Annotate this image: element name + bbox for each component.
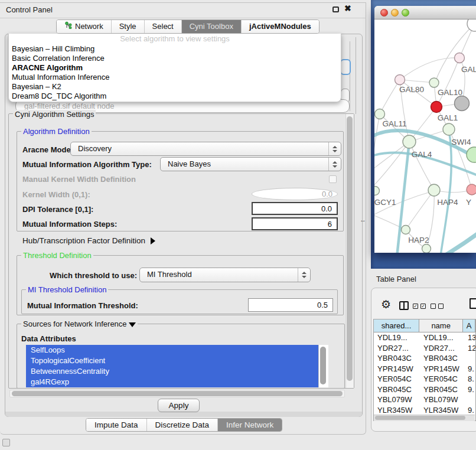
- gear-icon[interactable]: ⚙: [381, 298, 391, 312]
- combo-spinner-icon: [298, 268, 310, 282]
- aracne-mode-label: Aracne Mode:: [22, 145, 73, 154]
- table-row[interactable]: YER054CYER054C8.: [374, 374, 475, 384]
- network-node-label: GCY1: [374, 198, 396, 207]
- algorithm-option[interactable]: Mutual Information Inference: [9, 73, 341, 82]
- column-header-name[interactable]: name: [419, 319, 463, 332]
- network-node-GAL11[interactable]: [375, 109, 385, 119]
- attributes-scrollbar-thumb[interactable]: [320, 347, 326, 384]
- table-body: YDL19...YDL19...13YDR27...YDR27...12YBR0…: [374, 332, 475, 421]
- table-row[interactable]: YDL19...YDL19...13: [374, 332, 475, 343]
- table-row[interactable]: YLR345WYLR345W9.: [374, 405, 475, 416]
- algorithm-option-aracne[interactable]: ARACNE Algorithm: [9, 63, 341, 73]
- table-header-row: shared... name A: [374, 319, 475, 332]
- network-node[interactable]: [467, 147, 476, 162]
- network-node[interactable]: [422, 244, 431, 253]
- table-row[interactable]: YBR045CYBR045C9.: [374, 384, 475, 395]
- settings-horizontal-scrollbar-thumb[interactable]: [12, 391, 343, 396]
- mi-steps-field[interactable]: 6: [252, 217, 338, 230]
- network-edge: [380, 80, 400, 114]
- table-row[interactable]: YBL079WYBL079W: [374, 394, 475, 405]
- close-window-icon[interactable]: ✖: [344, 4, 351, 13]
- column-header-partial[interactable]: A: [463, 319, 475, 332]
- algorithm-option[interactable]: Bayesian – Hill Climbing: [9, 44, 341, 54]
- network-node-HAP4[interactable]: [428, 184, 440, 196]
- algorithm-dropdown-popup: Select algorithm to view settings Bayesi…: [8, 34, 341, 102]
- restore-window-icon[interactable]: [332, 6, 339, 12]
- tab-cyni-toolbox[interactable]: Cyni Toolbox: [182, 20, 242, 33]
- network-window-titlebar[interactable]: [374, 6, 476, 19]
- network-node-GAL10[interactable]: [429, 78, 439, 87]
- dpi-tolerance-field[interactable]: 0.0: [252, 202, 338, 215]
- algorithm-option[interactable]: Bayesian – K2: [9, 82, 341, 92]
- zoom-traffic-light-icon[interactable]: [402, 9, 409, 17]
- mi-threshold-field[interactable]: 0.5: [248, 298, 333, 312]
- which-threshold-label: Which threshold to use:: [50, 271, 137, 280]
- attribute-item-selected[interactable]: BetweennessCentrality: [26, 366, 328, 377]
- tab-select[interactable]: Select: [145, 20, 182, 33]
- apply-button[interactable]: Apply: [158, 399, 200, 412]
- network-canvas[interactable]: GALGAL80GAL10GAL1GAL11SWI4GAL4GCY1HAP4YH…: [374, 19, 476, 253]
- sources-group-title[interactable]: Sources for Network Inference: [21, 319, 138, 328]
- select-all-icon[interactable]: ✓: [413, 304, 418, 309]
- network-node-GAL4[interactable]: [403, 135, 416, 148]
- table-panel-title: Table Panel: [376, 275, 416, 283]
- column-header-shared[interactable]: shared...: [374, 319, 419, 332]
- aracne-mode-combo[interactable]: Discovery: [70, 142, 341, 156]
- network-node-SWI4[interactable]: [443, 123, 455, 135]
- network-edge-highlight: [397, 142, 409, 253]
- network-node-label: GAL11: [382, 119, 406, 128]
- algorithm-option[interactable]: Dream8 DC_TDC Algorithm: [9, 92, 341, 101]
- network-node-Y[interactable]: [467, 184, 476, 195]
- screen: Control Panel ✖ Network Style Select Cyn…: [0, 0, 476, 450]
- popup-prompt: Select algorithm to view settings: [9, 34, 341, 44]
- network-node-GAL[interactable]: [455, 53, 465, 63]
- table-row[interactable]: YPR145WYPR145W9.: [374, 364, 475, 374]
- tab-network[interactable]: Network: [57, 20, 112, 33]
- attribute-item-selected[interactable]: gal4RGexp: [26, 377, 328, 387]
- deselect-all-icon[interactable]: [438, 304, 444, 309]
- titlebar-divider: [0, 18, 366, 18]
- expand-arrow-icon: [151, 237, 155, 244]
- tab-infer-network[interactable]: Infer Network: [218, 419, 282, 431]
- minimize-traffic-light-icon[interactable]: [391, 9, 399, 17]
- network-node-label: Y: [466, 198, 471, 207]
- file-icon[interactable]: [470, 298, 476, 309]
- kernel-width-field[interactable]: 0.0: [252, 188, 338, 200]
- which-threshold-combo[interactable]: MI Threshold: [139, 268, 311, 282]
- settings-scrollbar-thumb[interactable]: [347, 116, 353, 381]
- table-row[interactable]: YDR27...YDR27...12: [374, 343, 475, 354]
- attribute-item-selected[interactable]: TopologicalCoefficient: [26, 356, 328, 366]
- network-edge: [409, 142, 434, 190]
- tab-impute-data[interactable]: Impute Data: [86, 419, 147, 431]
- manual-kernel-checkbox[interactable]: [329, 175, 337, 183]
- network-node-GAL1[interactable]: [431, 102, 442, 113]
- algorithm-option[interactable]: Basic Correlation Inference: [9, 54, 341, 63]
- hidden-groupbox-border: [350, 41, 350, 111]
- threshold-definition-title: Threshold Definition: [21, 251, 93, 260]
- data-attributes-list: SelfLoops TopologicalCoefficient Between…: [26, 345, 328, 387]
- select-all-icon[interactable]: ✓: [420, 304, 426, 309]
- network-node-GCY1[interactable]: [374, 187, 380, 195]
- attribute-item-selected[interactable]: SelfLoops: [26, 345, 328, 356]
- tab-discretize-data[interactable]: Discretize Data: [147, 419, 219, 431]
- hub-definition-expander[interactable]: Hub/Transcription Factor Definition: [22, 236, 155, 245]
- deselect-all-icon[interactable]: [431, 304, 436, 309]
- split-columns-icon[interactable]: [399, 301, 409, 310]
- network-node-label: GAL4: [412, 150, 432, 159]
- collapsed-panel-chip[interactable]: [2, 439, 10, 446]
- network-node-HAP2[interactable]: [402, 226, 410, 234]
- network-edge-highlight: [442, 229, 476, 253]
- tab-style[interactable]: Style: [112, 20, 145, 33]
- close-traffic-light-icon[interactable]: [380, 9, 388, 17]
- table-horizontal-scrollbar-thumb[interactable]: [375, 416, 465, 420]
- manual-kernel-label: Manual Kernel Width Definition: [22, 175, 136, 184]
- mi-type-combo[interactable]: Naive Bayes: [160, 157, 341, 171]
- tab-jactivemnodules[interactable]: jActiveMNodules: [242, 20, 319, 33]
- hidden-focused-combo-fragment[interactable]: [340, 59, 351, 75]
- tab-label: Network: [75, 20, 103, 33]
- network-node-GAL80[interactable]: [395, 75, 405, 85]
- network-node[interactable]: [455, 96, 470, 111]
- network-edge: [400, 58, 459, 80]
- mi-threshold-label: Mutual Information Threshold:: [27, 301, 138, 310]
- table-row[interactable]: YBR043CYBR043C: [374, 353, 475, 364]
